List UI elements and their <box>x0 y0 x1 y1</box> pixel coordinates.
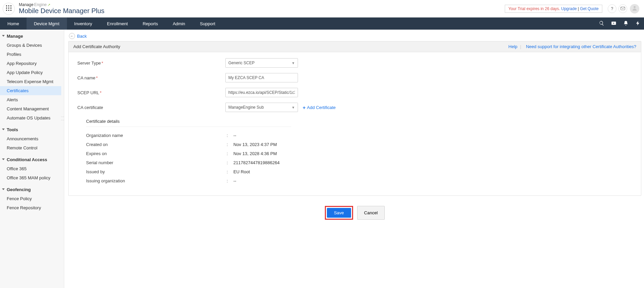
label-ca-certificate: CA certificate <box>77 105 225 110</box>
sidebar-section-geofencing[interactable]: Geofencing <box>0 185 64 194</box>
label-scep-url: SCEP URL* <box>77 90 225 95</box>
user-icon <box>632 5 638 12</box>
sidebar-section-label: Tools <box>7 127 18 132</box>
svg-point-10 <box>634 6 636 8</box>
content-area: ← Back Add Certificate Authority Help | … <box>64 30 644 288</box>
select-server-type[interactable]: Generic SCEP ▼ <box>225 58 298 68</box>
nav-home[interactable]: Home <box>0 17 27 30</box>
select-ca-certificate[interactable]: ManageEngine Sub ▼ <box>225 103 298 112</box>
cert-label: Expires on <box>86 151 227 156</box>
nav-quickaction-button[interactable] <box>632 17 644 30</box>
add-certificate-link[interactable]: + Add Certificate <box>303 105 336 110</box>
sidebar-item-label: App Update Policy <box>7 70 43 75</box>
brand-title: Mobile Device Manager Plus <box>19 7 105 14</box>
get-quote-link[interactable]: Get Quote <box>580 6 599 11</box>
save-button-highlight: Save <box>325 206 353 220</box>
svg-rect-1 <box>8 5 9 6</box>
chevron-down-icon: ▼ <box>292 106 295 109</box>
sidebar-section-tools[interactable]: Tools <box>0 125 64 134</box>
upgrade-link[interactable]: Upgrade <box>561 6 577 11</box>
sidebar-item-office365[interactable]: Office 365 <box>0 164 64 173</box>
sidebar-item-label: Content Management <box>7 106 49 111</box>
sidebar-item-content-mgmt[interactable]: Content Management <box>0 104 64 113</box>
cert-value: Nov 13, 2028 4:36 PM <box>233 151 277 156</box>
row-ca-name: CA name* <box>77 73 632 82</box>
nav-label: Home <box>7 21 19 26</box>
sidebar-resize-handle[interactable]: ⋮⋮ <box>61 115 65 122</box>
input-ca-name[interactable] <box>225 73 298 82</box>
cert-label: Serial number <box>86 160 227 165</box>
nav-video-button[interactable] <box>608 17 620 30</box>
app-launcher-button[interactable] <box>3 3 15 15</box>
nav-admin[interactable]: Admin <box>165 17 193 30</box>
nav-label: Reports <box>143 21 158 26</box>
label-server-type: Server Type* <box>77 61 225 66</box>
sidebar-item-certificates[interactable]: Certificates <box>0 86 61 95</box>
sidebar-item-fence-repository[interactable]: Fence Repository <box>0 203 64 212</box>
nav-search-button[interactable] <box>596 17 608 30</box>
input-scep-url[interactable] <box>225 88 298 97</box>
label-ca-name: CA name* <box>77 75 225 80</box>
sidebar-item-app-update-policy[interactable]: App Update Policy <box>0 68 64 77</box>
sidebar-section-manage[interactable]: Manage <box>0 32 64 41</box>
arrow-left-icon: ← <box>70 34 74 38</box>
sidebar-item-fence-policy[interactable]: Fence Policy <box>0 194 64 203</box>
app-header: ManageEngine➚ Mobile Device Manager Plus… <box>0 0 644 17</box>
brand-block: ManageEngine➚ Mobile Device Manager Plus <box>19 3 105 14</box>
search-icon <box>599 21 604 27</box>
action-row: Save Cancel <box>68 206 641 220</box>
back-link[interactable]: Back <box>77 34 87 39</box>
cancel-button[interactable]: Cancel <box>357 206 385 220</box>
sidebar: Manage Groups & Devices Profiles App Rep… <box>0 30 64 288</box>
sidebar-item-profiles[interactable]: Profiles <box>0 50 64 59</box>
mail-icon <box>620 6 625 11</box>
save-button[interactable]: Save <box>327 208 351 218</box>
required-marker: * <box>96 75 98 80</box>
help-button[interactable]: ? <box>608 4 616 13</box>
nav-notification-button[interactable] <box>620 17 632 30</box>
sidebar-item-office365-mam[interactable]: Office 365 MAM policy <box>0 173 64 182</box>
nav-enrollment[interactable]: Enrollment <box>100 17 135 30</box>
sidebar-section-conditional-access[interactable]: Conditional Access <box>0 155 64 164</box>
mail-button[interactable] <box>618 4 627 13</box>
cert-row: Issuing organization : -- <box>86 176 632 185</box>
svg-rect-5 <box>10 8 11 9</box>
nav-support[interactable]: Support <box>193 17 223 30</box>
sidebar-item-announcements[interactable]: Announcements <box>0 134 64 143</box>
cert-colon: : <box>227 169 233 174</box>
panel-support-link[interactable]: Need support for integrating other Certi… <box>526 44 636 49</box>
nav-device-mgmt[interactable]: Device Mgmt <box>27 17 67 30</box>
back-button[interactable]: ← <box>69 33 75 39</box>
sidebar-item-telecom-expense[interactable]: Telecom Expense Mgmt <box>0 77 64 86</box>
cert-value: -- <box>233 178 236 183</box>
trial-banner: Your Trial expires in 26 days. Upgrade |… <box>505 5 602 13</box>
sidebar-item-app-repository[interactable]: App Repository <box>0 59 64 68</box>
nav-reports[interactable]: Reports <box>135 17 165 30</box>
svg-rect-4 <box>8 8 9 9</box>
sidebar-item-automate-os[interactable]: Automate OS Updates <box>0 113 64 122</box>
certificate-details: Certificate details Organization name : … <box>86 119 632 185</box>
lightning-icon <box>635 21 641 27</box>
sidebar-item-alerts[interactable]: Alerts <box>0 95 64 104</box>
cert-label: Created on <box>86 142 227 147</box>
sidebar-item-label: Office 365 <box>7 166 27 171</box>
nav-label: Support <box>200 21 216 26</box>
sidebar-item-label: Telecom Expense Mgmt <box>7 79 53 84</box>
sidebar-item-label: Profiles <box>7 52 21 57</box>
row-server-type: Server Type* Generic SCEP ▼ <box>77 58 632 68</box>
cert-value: -- <box>233 133 236 138</box>
sidebar-item-label: Fence Policy <box>7 196 32 201</box>
sidebar-item-remote-control[interactable]: Remote Control <box>0 143 64 152</box>
sidebar-item-groups-devices[interactable]: Groups & Devices <box>0 41 64 50</box>
user-avatar[interactable] <box>630 4 639 13</box>
cert-row: Created on : Nov 13, 2023 4:37 PM <box>86 140 632 149</box>
svg-rect-9 <box>621 7 625 10</box>
sidebar-item-label: Office 365 MAM policy <box>7 175 50 180</box>
svg-rect-6 <box>6 10 7 11</box>
nav-inventory[interactable]: Inventory <box>67 17 100 30</box>
cancel-label: Cancel <box>364 210 378 215</box>
svg-rect-8 <box>10 10 11 11</box>
sidebar-item-label: Groups & Devices <box>7 43 42 48</box>
panel-help-link[interactable]: Help <box>508 44 518 49</box>
select-value: ManageEngine Sub <box>228 105 264 110</box>
